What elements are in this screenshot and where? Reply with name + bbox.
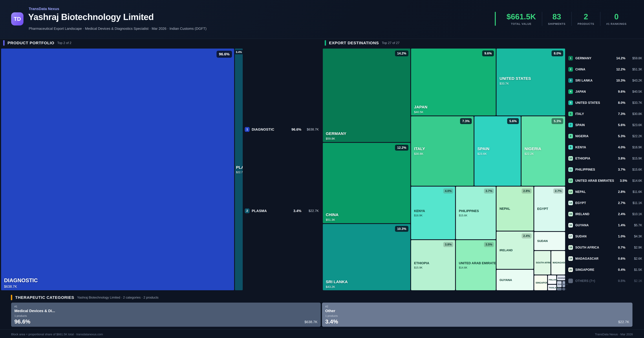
export-block-germany[interactable]: 14.2% GERMANY$59.8K <box>323 48 410 142</box>
rank-badge: 5 <box>568 100 573 105</box>
rank-badge: 8 <box>568 134 573 138</box>
export-block-finland[interactable]: FINLAND <box>548 275 556 284</box>
pct-badge: 3.5% <box>484 242 494 247</box>
export-block-united-arab-emirates[interactable]: 3.5% UNITED ARAB EMIRATES$14.6K <box>456 240 496 290</box>
pct-badge: 2.8% <box>522 188 532 194</box>
legend-row-sudan[interactable]: 17 SUDAN1.0%$4.3K <box>568 232 642 240</box>
pct-badge: 2.7% <box>553 188 563 194</box>
legend-row-ethiopia[interactable]: 10 ETHIOPIA3.8%$15.9K <box>568 154 642 162</box>
legend-row-italy[interactable]: 6 ITALY7.3%$30.8K <box>568 110 642 118</box>
rank-badge: 3 <box>568 78 573 83</box>
pct-badge: 7.3% <box>460 118 472 124</box>
others-badge <box>568 278 573 283</box>
legend-row-japan[interactable]: 4 JAPAN9.6%$40.5K <box>568 88 642 96</box>
export-block-sri-lanka[interactable]: 10.3% SRI LANKA$43.2K <box>323 224 410 290</box>
legend-row-madagascar[interactable]: 19 MADAGASCAR0.6%$2.6K <box>568 254 642 262</box>
export-block-myanmar[interactable]: MYA <box>562 288 565 290</box>
categories-section-header: THERAPEUTIC CATEGORIES Yashraj Biotechno… <box>11 295 158 300</box>
card-name: Medical Devices & Di... <box>14 309 55 313</box>
export-section-header: EXPORT DESTINATIONS Top 27 of 27 <box>325 40 400 46</box>
legend-row-egypt[interactable]: 14 EGYPT2.7%$11.1K <box>568 199 642 207</box>
export-block-south-africa[interactable]: SOUTH AFRICA <box>534 251 550 274</box>
stat-total-value: $661.5KTOTAL VALUE <box>500 12 542 26</box>
legend-row-united-arab-emirates[interactable]: 12 UNITED ARAB EMIRATES3.5%$14.6K <box>568 177 642 185</box>
export-block-nepal[interactable]: 2.8% NEPAL <box>496 186 534 231</box>
legend-row-kenya[interactable]: 9 KENYA4.0%$16.9K <box>568 143 642 151</box>
legend-row-germany[interactable]: 1 GERMANY14.2%$59.8K <box>568 54 642 62</box>
legend-row-ireland[interactable]: 15 IRELAND2.4%$10.1K <box>568 210 642 218</box>
card-rank: #1 <box>14 305 17 308</box>
legend-row-guyana[interactable]: 16 GUYANA1.4%$5.7K <box>568 221 642 229</box>
product-block-diagnostic[interactable]: 96.6% DIAGNOSTIC $638.7K <box>1 48 234 290</box>
export-treemap: 14.2% GERMANY$59.8K 12.2% CHINA$51.3K 10… <box>323 48 565 290</box>
rank-badge: 2 <box>568 67 573 72</box>
export-block-guatemala[interactable]: GUATE <box>557 281 562 287</box>
product-treemap: 96.6% DIAGNOSTIC $638.7K 3.4% PLASMA $22… <box>1 48 322 290</box>
card-products: 1 products <box>325 314 338 318</box>
export-block-kenya[interactable]: 4.0% KENYA$16.9K <box>411 186 455 239</box>
rank-badge: 9 <box>568 145 573 150</box>
card-products: 1 products <box>14 314 27 318</box>
category-card-other[interactable]: #2 Other 1 products 3.4% $22.7K <box>322 302 632 327</box>
stats-accent-bar <box>495 12 496 26</box>
export-block-united-states[interactable]: 8.0% UNITED STATES$33.7K <box>496 48 565 116</box>
categories-accent-bar <box>11 295 12 300</box>
pct-badge: 5.3% <box>552 118 563 124</box>
export-block-ireland[interactable]: 2.4% IRELAND <box>496 232 534 269</box>
rank-badge: 1 <box>568 56 573 60</box>
card-rank: #2 <box>325 305 328 308</box>
legend-row-spain[interactable]: 7 SPAIN5.6%$23.6K <box>568 121 642 129</box>
legend-row-china[interactable]: 2 CHINA12.2%$51.3K <box>568 65 642 73</box>
export-block-thailand[interactable]: THAILAND <box>548 285 556 290</box>
export-block-nigeria[interactable]: 5.3% NIGERIA$22.2K <box>522 116 565 186</box>
stat-rankings: 0#1 RANKINGS <box>600 12 632 26</box>
card-value: $638.7K <box>304 320 318 324</box>
rank-badge: 1 <box>245 127 250 132</box>
rank-badge: 17 <box>568 234 573 238</box>
rank-badge: 11 <box>568 167 573 172</box>
export-block-italy[interactable]: 7.3% ITALY$30.8K <box>411 116 474 186</box>
product-legend-row-diagnostic[interactable]: 1 DIAGNOSTIC 96.6% $638.7K <box>245 126 319 132</box>
product-block-plasma[interactable]: 3.4% PLASMA $22.7K <box>235 48 243 290</box>
card-pct: 3.4% <box>325 318 338 325</box>
rank-badge: 7 <box>568 123 573 127</box>
legend-row-singapore[interactable]: 20 SINGAPORE0.4%$1.5K <box>568 266 642 274</box>
pct-badge: 8.0% <box>552 50 563 56</box>
rank-badge: 19 <box>568 256 573 261</box>
legend-row-nigeria[interactable]: 8 NIGERIA5.3%$22.2K <box>568 132 642 140</box>
pct-badge: 5.6% <box>507 118 519 124</box>
legend-row-united-states[interactable]: 5 UNITED STATES8.0%$33.7K <box>568 99 642 107</box>
category-card-medical-devices[interactable]: #1 Medical Devices & Di... 1 products 96… <box>11 302 321 327</box>
export-block-tanzania[interactable]: TANZA <box>557 288 562 290</box>
export-block-sudan[interactable]: SUDAN <box>534 232 565 250</box>
stat-shipments: 83SHIPMENTS <box>542 12 572 26</box>
export-block-philippines[interactable]: 3.7% PHILIPPINES$15.6K <box>456 186 496 239</box>
export-block-guyana[interactable]: GUYANA <box>496 270 534 290</box>
company-logo: TD <box>11 12 24 26</box>
legend-row-nepal[interactable]: 13 NEPAL2.8%$11.6K <box>568 188 642 196</box>
legend-row-south-africa[interactable]: 18 SOUTH AFRICA0.7%$2.9K <box>568 244 642 252</box>
export-block-ethiopia[interactable]: 3.8% ETHIOPIA$15.9K <box>411 240 455 290</box>
rank-badge: 6 <box>568 112 573 116</box>
rank-badge: 12 <box>568 178 573 183</box>
product-legend-row-plasma[interactable]: 2 PLASMA 3.4% $22.7K <box>245 208 319 214</box>
page-header: TD TransData Nexus Yashraj Biotechnology… <box>0 0 644 39</box>
export-block-egypt[interactable]: 2.7% EGYPT <box>534 186 565 231</box>
legend-row-others[interactable]: OTHERS (7+)0.5%$2.1K <box>568 277 642 285</box>
card-pct: 96.6% <box>14 318 30 325</box>
export-block-china[interactable]: 12.2% CHINA$51.3K <box>323 143 410 223</box>
rank-badge: 13 <box>568 190 573 194</box>
export-block-ghana[interactable]: GHANA <box>557 275 565 280</box>
pct-badge: 3.7% <box>484 188 494 194</box>
legend-row-sri-lanka[interactable]: 3 SRI LANKA10.3%$43.2K <box>568 76 642 84</box>
pct-badge: 9.6% <box>482 50 494 56</box>
export-block-spain[interactable]: 5.6% SPAIN$23.6K <box>474 116 521 186</box>
footer-note: Block area = proportional share of $661.… <box>11 333 103 336</box>
export-block-madagascar[interactable]: MADAGASCAR <box>551 251 565 274</box>
export-block-japan[interactable]: 9.6% JAPAN$40.5K <box>411 48 496 116</box>
rank-badge: 18 <box>568 245 573 250</box>
export-accent-bar <box>325 40 326 46</box>
legend-row-philippines[interactable]: 11 PHILIPPINES3.7%$15.6K <box>568 166 642 174</box>
export-block-singapore[interactable]: SINGAPORE <box>534 275 547 290</box>
export-block-bangladesh[interactable]: BANG <box>562 281 565 287</box>
